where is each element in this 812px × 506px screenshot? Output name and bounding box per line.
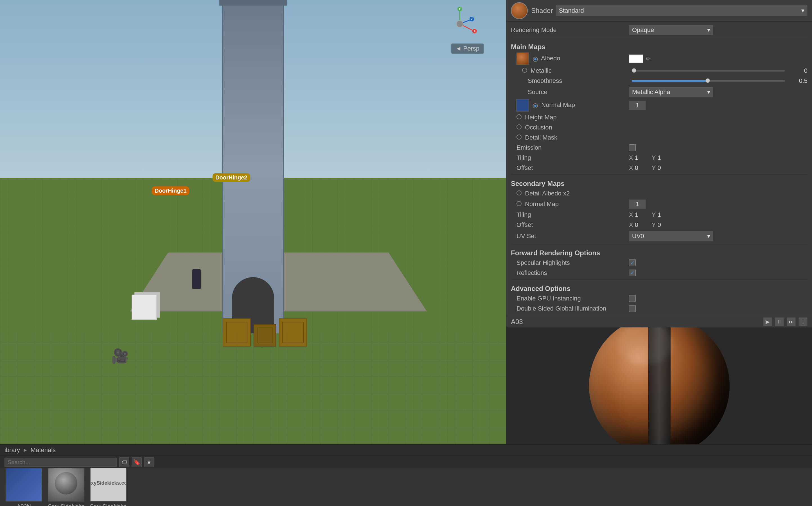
offset-y-label: Y <box>652 164 656 172</box>
path-arrow-icon: ► <box>23 447 28 453</box>
gpu-instancing-label: Enable GPU Instancing <box>511 295 629 302</box>
offset2-label: Offset <box>511 221 629 229</box>
albedo-color-swatch[interactable] <box>629 55 643 63</box>
shader-label: Shader <box>531 7 553 15</box>
svg-text:X: X <box>473 29 476 33</box>
smoothness-number: 0.5 <box>791 77 808 85</box>
source-dropdown[interactable]: Metallic Alpha ▾ <box>629 87 713 97</box>
svg-point-9 <box>456 20 463 27</box>
inspector-header: Shader Standard ▾ <box>506 0 812 22</box>
star-button[interactable]: ★ <box>144 457 154 467</box>
emission-checkbox[interactable] <box>629 144 636 151</box>
occlusion-row: Occlusion <box>511 122 808 133</box>
gpu-instancing-checkbox[interactable] <box>629 295 636 302</box>
path-library: ibrary <box>4 446 20 454</box>
specular-value <box>629 259 808 266</box>
detail-mask-label-cont: Detail Mask <box>511 134 629 141</box>
hinge1-label[interactable]: DoorHinge1 <box>152 186 189 195</box>
hinge1-text: DoorHinge1 <box>155 187 186 194</box>
rendering-mode-dropdown[interactable]: Opaque ▾ <box>629 25 713 35</box>
normal-map2-label: Normal Map <box>525 200 559 207</box>
label-toggle-button[interactable]: 🏷 <box>119 457 129 467</box>
tiling-x-label: X <box>629 154 633 161</box>
normal-map2-number[interactable]: 1 <box>629 199 646 209</box>
divider-4 <box>511 280 808 280</box>
normal-map-number[interactable]: 1 <box>629 100 646 110</box>
metallic-row: Metallic 0 <box>511 66 808 76</box>
reflections-checkbox[interactable] <box>629 270 636 276</box>
offset2-x-value: 0 <box>635 221 646 229</box>
pause-button[interactable]: ⏸ <box>775 317 784 326</box>
sphere-strip <box>648 327 671 444</box>
rendering-mode-text: Opaque <box>632 26 654 34</box>
occlusion-label: Occlusion <box>525 124 552 131</box>
chevron-down-icon: ▾ <box>801 7 804 14</box>
offset2-values: X 0 Y 0 <box>629 221 808 229</box>
gpu-instancing-row: Enable GPU Instancing <box>511 293 808 304</box>
normal-map-radio <box>533 103 538 108</box>
forward-rendering-row: Forward Rendering Options <box>511 246 808 258</box>
source-label: Source <box>511 88 629 96</box>
albedo-value: ✏ <box>629 55 808 63</box>
camera-icon: 🎥 <box>111 348 129 364</box>
metallic-radio <box>522 68 527 73</box>
smoothness-slider[interactable] <box>632 80 785 82</box>
albedo-label: Albedo <box>541 55 560 62</box>
normal-map-label: Normal Map <box>541 101 575 108</box>
main-maps-row: Main Maps <box>511 40 808 52</box>
albedo-texture-slot[interactable] <box>517 53 529 65</box>
double-sided-gi-label: Double Sided Global Illumination <box>511 305 629 312</box>
metallic-number: 0 <box>791 67 808 74</box>
divider-3 <box>511 244 808 244</box>
metallic-slider[interactable] <box>632 70 785 72</box>
viewport-3d[interactable]: 🎥 DoorHinge1 DoorHinge2 Y X <box>0 0 506 444</box>
albedo-label-container: Albedo <box>511 53 629 65</box>
pencil-icon[interactable]: ✏ <box>646 55 651 62</box>
height-map-row: Height Map <box>511 112 808 122</box>
offset2-y-item: Y 0 <box>652 221 669 229</box>
tag-button[interactable]: 🔖 <box>132 457 142 467</box>
secondary-maps-row: Secondary Maps <box>511 177 808 188</box>
metallic-value-cont: 0 <box>629 67 808 74</box>
tiling2-row: Tiling X 1 Y 1 <box>511 210 808 220</box>
skip-button[interactable]: ⏭ <box>787 317 796 326</box>
hinge2-label[interactable]: DoorHinge2 <box>213 173 250 182</box>
detail-albedo-cont: Detail Albedo x2 <box>511 190 629 197</box>
specular-row: Specular Highlights <box>511 258 808 268</box>
material-thumb-sexy2[interactable]: SexySidekicks.com SexySidekicks... <box>90 469 127 506</box>
specular-checkbox[interactable] <box>629 259 636 266</box>
material-thumb-a03n[interactable]: A03N <box>6 469 42 506</box>
properties-section: Rendering Mode Opaque ▾ Main Maps A <box>506 22 812 316</box>
tiling-row: Tiling X 1 Y 1 <box>511 153 808 163</box>
offset2-y-value: 0 <box>657 221 669 229</box>
settings-button[interactable]: ⋮ <box>799 317 808 326</box>
scene-grid <box>0 333 506 444</box>
height-map-radio <box>517 114 522 119</box>
shader-row: Shader Standard ▾ <box>531 5 808 16</box>
offset-x-item: X 0 <box>629 164 646 172</box>
normal-map2-cont: Normal Map <box>511 200 629 208</box>
offset-values: X 0 Y 0 <box>629 164 808 172</box>
material-label-a03n: A03N <box>17 503 31 506</box>
uv-set-dropdown[interactable]: UV0 ▾ <box>629 231 713 242</box>
material-thumb-sexy1[interactable]: SexySidekicks <box>48 469 84 506</box>
persp-button[interactable]: ◄ Persp <box>451 44 484 54</box>
tiling2-x-item: X 1 <box>629 211 646 219</box>
search-input[interactable] <box>4 458 117 467</box>
preview-bar: A03 ▶ ⏸ ⏭ ⋮ <box>506 316 812 327</box>
tiling2-values: X 1 Y 1 <box>629 211 808 219</box>
play-button[interactable]: ▶ <box>763 317 772 326</box>
material-thumb-image-a03n <box>6 469 42 502</box>
shader-dropdown[interactable]: Standard ▾ <box>556 5 808 16</box>
offset2-row: Offset X 0 Y 0 <box>511 220 808 230</box>
normal-map-texture-slot[interactable] <box>517 99 529 111</box>
double-sided-gi-checkbox[interactable] <box>629 305 636 312</box>
smoothness-row: Smoothness 0.5 <box>511 76 808 86</box>
main-maps-label: Main Maps <box>511 41 629 51</box>
material-label-sexy1: SexySidekicks <box>48 503 84 506</box>
material-avatar <box>511 2 528 19</box>
specular-label: Specular Highlights <box>511 259 629 266</box>
normal-map-label-cont: Normal Map <box>511 99 629 111</box>
svg-text:Y: Y <box>459 7 461 11</box>
viewport-gizmo[interactable]: Y X Z <box>442 6 478 42</box>
